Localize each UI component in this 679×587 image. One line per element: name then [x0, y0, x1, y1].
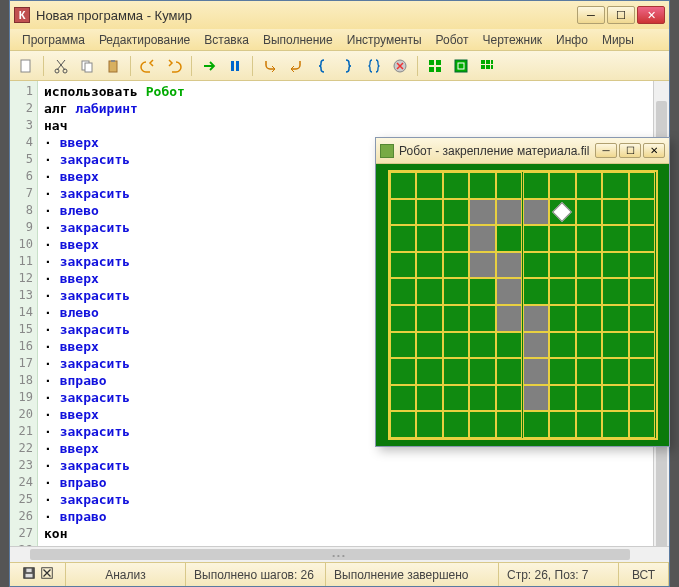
- grid-cell[interactable]: [549, 332, 576, 359]
- grid-cell[interactable]: [416, 385, 443, 412]
- grid-small-icon[interactable]: [475, 54, 499, 78]
- painted-cell[interactable]: [469, 225, 496, 252]
- painted-cell[interactable]: [523, 358, 550, 385]
- maximize-button[interactable]: ☐: [607, 6, 635, 24]
- grid-cell[interactable]: [443, 172, 470, 199]
- new-file-icon[interactable]: [14, 54, 38, 78]
- field-icon[interactable]: [449, 54, 473, 78]
- titlebar[interactable]: К Новая программа - Кумир ─ ☐ ✕: [10, 1, 669, 29]
- menu-info[interactable]: Инфо: [550, 31, 594, 49]
- grid-cell[interactable]: [390, 278, 417, 305]
- code-line[interactable]: · вправо: [44, 508, 669, 525]
- scroll-thumb[interactable]: [30, 549, 630, 560]
- grid-cell[interactable]: [549, 172, 576, 199]
- painted-cell[interactable]: [469, 252, 496, 279]
- grid-cell[interactable]: [443, 199, 470, 226]
- menu-run[interactable]: Выполнение: [257, 31, 339, 49]
- grid-cell[interactable]: [443, 252, 470, 279]
- painted-cell[interactable]: [523, 305, 550, 332]
- cut-icon[interactable]: [49, 54, 73, 78]
- grid-cell[interactable]: [549, 358, 576, 385]
- grid-cell[interactable]: [629, 411, 656, 438]
- grid-cell[interactable]: [469, 305, 496, 332]
- grid-cell[interactable]: [390, 332, 417, 359]
- save-icon[interactable]: [22, 566, 36, 583]
- grid-cell[interactable]: [496, 385, 523, 412]
- code-line[interactable]: · закрасить: [44, 457, 669, 474]
- grid-cell[interactable]: [576, 411, 603, 438]
- grid-cell[interactable]: [576, 278, 603, 305]
- grid-cell[interactable]: [576, 332, 603, 359]
- grid-cell[interactable]: [629, 358, 656, 385]
- grid-cell[interactable]: [549, 385, 576, 412]
- minimize-button[interactable]: ─: [577, 6, 605, 24]
- step-in-icon[interactable]: [258, 54, 282, 78]
- grid-cell[interactable]: [629, 278, 656, 305]
- robot-maximize-button[interactable]: ☐: [619, 143, 641, 158]
- grid-cell[interactable]: [416, 172, 443, 199]
- run-icon[interactable]: [197, 54, 221, 78]
- menu-edit[interactable]: Редактирование: [93, 31, 196, 49]
- grid-cell[interactable]: [443, 225, 470, 252]
- menu-program[interactable]: Программа: [16, 31, 91, 49]
- step-over-icon[interactable]: [284, 54, 308, 78]
- copy-icon[interactable]: [75, 54, 99, 78]
- menu-tools[interactable]: Инструменты: [341, 31, 428, 49]
- grid-cell[interactable]: [390, 172, 417, 199]
- painted-cell[interactable]: [496, 278, 523, 305]
- status-mode[interactable]: ВСТ: [619, 563, 669, 586]
- grid-cell[interactable]: [443, 305, 470, 332]
- grid-cell[interactable]: [469, 358, 496, 385]
- painted-cell[interactable]: [496, 199, 523, 226]
- menu-robot[interactable]: Робот: [430, 31, 475, 49]
- horizontal-scrollbar[interactable]: •••: [10, 546, 669, 562]
- painted-cell[interactable]: [523, 199, 550, 226]
- grid-cell[interactable]: [576, 358, 603, 385]
- cancel-icon[interactable]: [40, 566, 54, 583]
- grid-cell[interactable]: [629, 385, 656, 412]
- grid-cell[interactable]: [602, 358, 629, 385]
- grid-cell[interactable]: [416, 305, 443, 332]
- robot-titlebar[interactable]: Робот - закрепление материала.fil ─ ☐ ✕: [376, 138, 669, 164]
- code-line[interactable]: алг лабиринт: [44, 100, 669, 117]
- grid-cell[interactable]: [602, 199, 629, 226]
- grid-cell[interactable]: [443, 411, 470, 438]
- grid-cell[interactable]: [602, 332, 629, 359]
- grid-cell[interactable]: [469, 278, 496, 305]
- status-analysis[interactable]: Анализ: [66, 563, 186, 586]
- grid-green-icon[interactable]: [423, 54, 447, 78]
- painted-cell[interactable]: [496, 252, 523, 279]
- code-line[interactable]: кон: [44, 525, 669, 542]
- robot-minimize-button[interactable]: ─: [595, 143, 617, 158]
- stop-icon[interactable]: [388, 54, 412, 78]
- grid-cell[interactable]: [390, 252, 417, 279]
- grid-cell[interactable]: [602, 172, 629, 199]
- grid-cell[interactable]: [576, 199, 603, 226]
- grid-cell[interactable]: [496, 172, 523, 199]
- grid-cell[interactable]: [629, 199, 656, 226]
- grid-cell[interactable]: [416, 199, 443, 226]
- painted-cell[interactable]: [469, 199, 496, 226]
- grid-cell[interactable]: [549, 278, 576, 305]
- grid-cell[interactable]: [416, 252, 443, 279]
- grid-cell[interactable]: [629, 252, 656, 279]
- grid-cell[interactable]: [496, 225, 523, 252]
- grid-cell[interactable]: [576, 385, 603, 412]
- grid-cell[interactable]: [443, 385, 470, 412]
- grid-cell[interactable]: [523, 278, 550, 305]
- grid-cell[interactable]: [496, 332, 523, 359]
- grid-cell[interactable]: [469, 411, 496, 438]
- redo-icon[interactable]: [162, 54, 186, 78]
- pause-icon[interactable]: [223, 54, 247, 78]
- brace-open-icon[interactable]: [310, 54, 334, 78]
- grid-cell[interactable]: [443, 278, 470, 305]
- grid-cell[interactable]: [416, 411, 443, 438]
- grid-cell[interactable]: [390, 199, 417, 226]
- grid-cell[interactable]: [416, 358, 443, 385]
- robot-window[interactable]: Робот - закрепление материала.fil ─ ☐ ✕: [375, 137, 670, 447]
- grid-cell[interactable]: [416, 278, 443, 305]
- grid-cell[interactable]: [390, 225, 417, 252]
- grid-cell[interactable]: [443, 358, 470, 385]
- grid-cell[interactable]: [549, 252, 576, 279]
- menu-draftsman[interactable]: Чертежник: [477, 31, 549, 49]
